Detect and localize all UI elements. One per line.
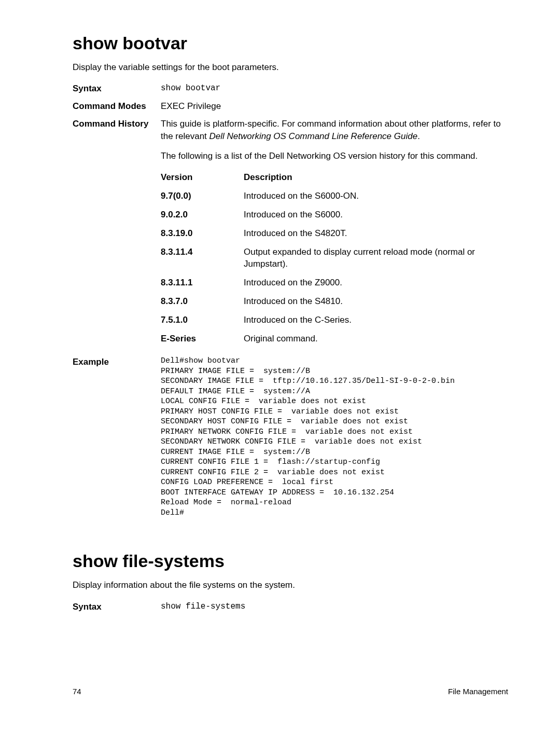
version-row: 9.7(0.0) Introduced on the S6000-ON. — [161, 190, 508, 202]
version-cell: 8.3.19.0 — [161, 227, 244, 240]
syntax-value: show bootvar — [161, 82, 508, 94]
version-row: E-Series Original command. — [161, 333, 508, 345]
description-cell: Original command. — [244, 333, 508, 345]
description-cell: Introduced on the S4810. — [244, 295, 508, 308]
version-cell: E-Series — [161, 333, 244, 345]
page-number: 74 — [73, 686, 81, 697]
history-text-italic: Dell Networking OS Command Line Referenc… — [209, 131, 418, 141]
version-cell: 9.7(0.0) — [161, 190, 244, 202]
version-row: 8.3.19.0 Introduced on the S4820T. — [161, 227, 508, 240]
modes-value: EXEC Privilege — [161, 100, 508, 113]
syntax-value-2: show file-systems — [161, 601, 508, 612]
description-header: Description — [244, 171, 508, 184]
section-title-2: show file-systems — [73, 549, 508, 574]
history-text: This guide is platform-specific. For com… — [161, 118, 508, 143]
description-cell: Output expanded to display current reloa… — [244, 246, 508, 271]
version-cell: 8.3.11.1 — [161, 277, 244, 289]
version-row: 7.5.1.0 Introduced on the C-Series. — [161, 314, 508, 326]
version-row: 8.3.11.1 Introduced on the Z9000. — [161, 277, 508, 289]
history-text-post: . — [417, 131, 420, 141]
syntax-label: Syntax — [73, 82, 161, 95]
history-label: Command History — [73, 118, 161, 130]
version-row: 8.3.7.0 Introduced on the S4810. — [161, 295, 508, 308]
page-footer: 74 File Management — [73, 686, 508, 697]
version-cell: 7.5.1.0 — [161, 314, 244, 326]
version-table: Version Description 9.7(0.0) Introduced … — [161, 171, 508, 345]
description-cell: Introduced on the S6000. — [244, 209, 508, 221]
syntax-label-2: Syntax — [73, 601, 161, 613]
section-title: show bootvar — [73, 31, 508, 56]
version-row: 9.0.2.0 Introduced on the S6000. — [161, 209, 508, 221]
version-row: 8.3.11.4 Output expanded to display curr… — [161, 246, 508, 271]
version-cell: 9.0.2.0 — [161, 209, 244, 221]
version-cell: 8.3.11.4 — [161, 246, 244, 258]
section-subtitle-2: Display information about the file syste… — [73, 579, 508, 591]
example-output: Dell#show bootvar PRIMARY IMAGE FILE = s… — [161, 356, 508, 518]
description-cell: Introduced on the C-Series. — [244, 314, 508, 326]
history-note: The following is a list of the Dell Netw… — [161, 150, 508, 162]
example-label: Example — [73, 356, 161, 368]
description-cell: Introduced on the S4820T. — [244, 227, 508, 240]
footer-section-name: File Management — [448, 686, 508, 697]
version-cell: 8.3.7.0 — [161, 295, 244, 308]
description-cell: Introduced on the Z9000. — [244, 277, 508, 289]
description-cell: Introduced on the S6000-ON. — [244, 190, 508, 202]
section-subtitle: Display the variable settings for the bo… — [73, 61, 508, 74]
modes-label: Command Modes — [73, 100, 161, 113]
version-header: Version — [161, 171, 244, 184]
